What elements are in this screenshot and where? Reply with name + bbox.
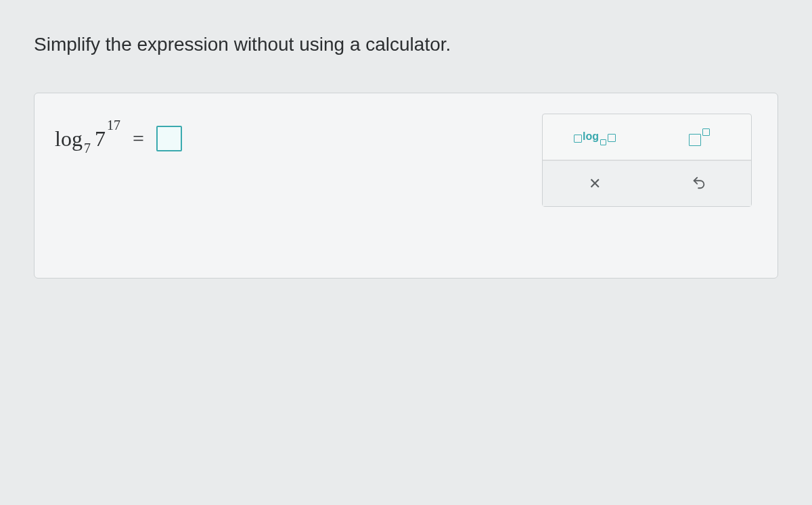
equals-sign: = <box>133 127 144 150</box>
template-exponent-button[interactable] <box>647 114 751 160</box>
log-template-label: log <box>583 131 599 142</box>
placeholder-icon <box>689 134 701 146</box>
placeholder-icon <box>608 134 616 142</box>
question-prompt: Simplify the expression without using a … <box>34 34 778 55</box>
exponent-template-icon <box>689 128 710 146</box>
palette-row-actions: ✕ <box>543 160 751 206</box>
arg-exponent: 17 <box>107 118 120 132</box>
log-base: 7 <box>84 141 91 155</box>
palette-row-templates: log <box>543 114 751 160</box>
log-word: log <box>55 128 83 149</box>
log-expression: log 7 7 17 <box>55 128 120 149</box>
work-panel: log 7 7 17 = log <box>34 93 778 279</box>
arg-base: 7 <box>95 128 106 149</box>
answer-input[interactable] <box>156 126 182 151</box>
log-argument: 7 17 <box>95 128 120 149</box>
log-template-icon: log <box>574 132 616 143</box>
tool-palette: log ✕ <box>542 114 752 207</box>
placeholder-icon <box>702 128 710 136</box>
placeholder-icon <box>600 139 606 145</box>
undo-button[interactable] <box>647 161 751 206</box>
expression: log 7 7 17 = <box>55 126 182 151</box>
close-icon: ✕ <box>589 175 601 193</box>
undo-icon <box>692 175 706 193</box>
placeholder-icon <box>574 135 582 143</box>
template-log-button[interactable]: log <box>543 114 647 160</box>
clear-button[interactable]: ✕ <box>543 161 647 206</box>
